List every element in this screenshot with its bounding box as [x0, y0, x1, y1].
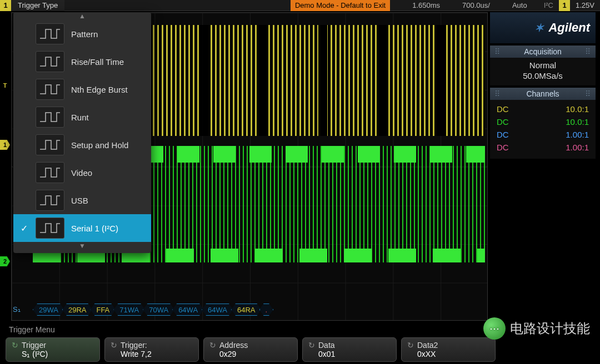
decode-bus-row: 29WA29RAFFA71WA70WA64WA64WA64RA. — [33, 304, 271, 316]
scroll-down-icon[interactable]: ▼ — [13, 242, 151, 250]
decode-packet: 29RA — [62, 304, 93, 316]
channel-ratio: 1.00:1 — [531, 141, 591, 153]
trigger-type-icon — [36, 218, 64, 239]
acquisition-mode: Normal — [493, 60, 592, 70]
trigger-option-pattern[interactable]: Pattern — [13, 20, 151, 48]
channels-title: Channels — [526, 89, 559, 98]
trigger-option-label: Video — [71, 168, 92, 178]
trigger-mode: Auto — [501, 1, 538, 9]
trigger-option-runt[interactable]: Runt — [13, 103, 151, 131]
decode-packet: 29WA — [33, 304, 64, 316]
softkey-title: Trigger: — [121, 341, 147, 350]
softkey-address[interactable]: ↻Address0x29 — [203, 337, 298, 362]
rotate-icon: ↻ — [111, 341, 117, 350]
channel-coupling: DC — [494, 116, 530, 128]
timebase-value: 1.650ms — [401, 1, 451, 9]
softkey-value: S₁ (I²C) — [12, 350, 94, 358]
acquisition-header[interactable]: ⠿ Acquisition ⠿ — [490, 46, 596, 58]
softkey-data2[interactable]: ↻Data20xXX — [401, 337, 496, 362]
decode-packet: FFA — [90, 304, 116, 316]
channels-header[interactable]: ⠿ Channels ⠿ — [490, 88, 596, 100]
top-status-bar: 1 Trigger Type Demo Mode - Default to Ex… — [0, 0, 600, 11]
trigger-marker: T — [0, 80, 10, 90]
trigger-type-icon — [36, 190, 64, 211]
trigger-type-icon — [36, 79, 64, 100]
softkey-value: Write 7,2 — [111, 350, 193, 358]
trigger-option-setup-and-hold[interactable]: Setup and Hold — [13, 131, 151, 159]
channel-ratio: 1.00:1 — [531, 129, 591, 140]
channel-coupling: DC — [494, 103, 530, 115]
rotate-icon: ↻ — [407, 341, 414, 350]
protocol-label: I²C — [538, 1, 559, 9]
channel-ratio: 10.0:1 — [531, 116, 591, 128]
channels-body: DC10.0:1DC10.0:1DC1.00:1DC1.00:1 — [490, 100, 596, 159]
decode-packet: 64WA — [172, 304, 204, 316]
channel-coupling: DC — [494, 129, 530, 140]
trigger-type-icon — [36, 162, 64, 183]
channel1-marker: 1 — [0, 140, 10, 150]
trigger-type-icon — [36, 107, 64, 128]
trigger-option-usb[interactable]: USB — [13, 186, 151, 214]
rotate-icon: ↻ — [12, 341, 18, 350]
watermark-text: 电路设计技能 — [510, 320, 590, 337]
softkey-title: Data — [318, 341, 335, 350]
trigger-option-label: Nth Edge Burst — [71, 85, 128, 94]
decode-packet: 64WA — [202, 304, 233, 316]
trigger-option-serial-1-i-c-[interactable]: ✓Serial 1 (I²C) — [13, 214, 151, 242]
right-sidebar: ✶ Agilent ⠿ Acquisition ⠿ Normal 50.0MSa… — [490, 12, 596, 159]
trigger-option-nth-edge-burst[interactable]: Nth Edge Burst — [13, 75, 151, 103]
trigger-type-icon — [36, 51, 64, 72]
channel-badge-left: 1 — [0, 0, 11, 11]
rotate-icon: ↻ — [209, 341, 216, 350]
voltage-value: 1.25V — [570, 1, 600, 9]
channel-row: DC10.0:1 — [494, 116, 591, 128]
trigger-type-icon — [36, 23, 64, 44]
scroll-up-icon[interactable]: ▲ — [13, 12, 151, 20]
softkey-trigger[interactable]: ↻TriggerS₁ (I²C) — [6, 337, 100, 362]
trigger-option-label: Runt — [71, 113, 89, 122]
demo-mode-banner[interactable]: Demo Mode - Default to Exit — [291, 0, 390, 11]
softkey-title: Trigger — [22, 341, 46, 350]
softkey-title: Address — [219, 341, 248, 350]
trigger-option-rise-fall-time[interactable]: Rise/Fall Time — [13, 48, 151, 75]
softkey-data[interactable]: ↻Data0x01 — [302, 337, 397, 362]
channel-ratio: 10.0:1 — [531, 103, 591, 115]
trigger-type-dropdown[interactable]: ▲ PatternRise/Fall TimeNth Edge BurstRun… — [13, 12, 151, 253]
softkey-value: 0x01 — [308, 350, 391, 358]
trigger-type-icon — [36, 134, 64, 155]
timediv-value: 700.0us/ — [451, 1, 501, 9]
agilent-spark-icon: ✶ — [534, 21, 544, 34]
menu-title: Trigger Menu — [6, 324, 58, 335]
channel2-marker: 2 — [0, 256, 10, 266]
wechat-icon: ⋯ — [483, 317, 506, 340]
channel-row: DC1.00:1 — [494, 141, 591, 153]
decode-packet: 70WA — [143, 304, 174, 316]
channel-row: DC1.00:1 — [494, 129, 591, 140]
softkey-value: 0xXX — [407, 350, 489, 358]
trigger-option-label: Serial 1 (I²C) — [71, 224, 118, 233]
softkey-value: 0x29 — [209, 350, 292, 358]
trigger-option-label: USB — [71, 196, 88, 205]
acquisition-rate: 50.0MSa/s — [493, 70, 592, 81]
rotate-icon: ↻ — [308, 341, 315, 350]
decode-packet: 64RA — [231, 304, 262, 316]
channel-row: DC10.0:1 — [494, 103, 591, 115]
trigger-option-video[interactable]: Video — [13, 159, 151, 186]
brand-logo: ✶ Agilent — [490, 12, 596, 43]
acquisition-title: Acquisition — [524, 47, 562, 56]
decode-bus-label: S₁ — [13, 305, 21, 314]
acquisition-body: Normal 50.0MSa/s — [490, 58, 596, 85]
trigger-option-label: Pattern — [71, 29, 98, 39]
check-icon: ✓ — [19, 223, 29, 234]
softkey-trigger-[interactable]: ↻Trigger:Write 7,2 — [104, 337, 199, 362]
watermark: ⋯ 电路设计技能 — [483, 317, 590, 340]
trigger-option-label: Setup and Hold — [71, 140, 128, 150]
trigger-option-label: Rise/Fall Time — [71, 57, 124, 67]
channel-coupling: DC — [494, 141, 530, 153]
brand-text: Agilent — [548, 21, 590, 35]
decode-packet: 71WA — [113, 304, 145, 316]
trigger-type-header[interactable]: Trigger Type — [11, 0, 64, 11]
channel-badge-right: 1 — [559, 0, 570, 11]
softkey-title: Data2 — [417, 341, 438, 350]
